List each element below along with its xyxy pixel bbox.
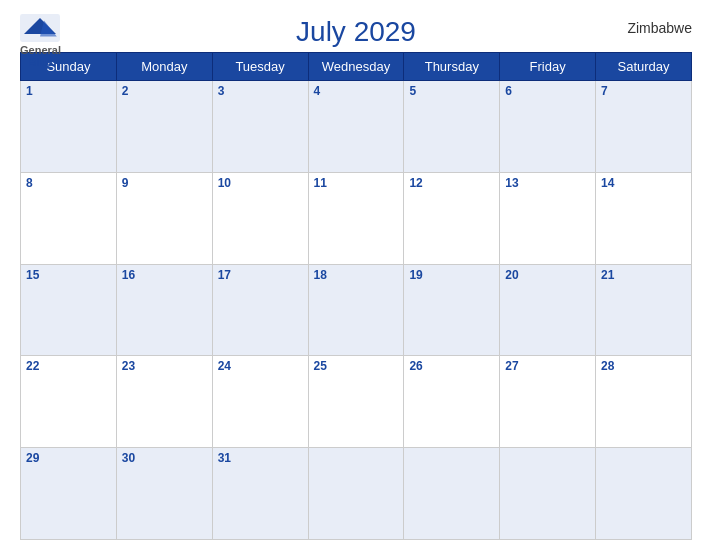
day-header-monday: Monday	[116, 53, 212, 81]
day-header-friday: Friday	[500, 53, 596, 81]
calendar-day	[500, 448, 596, 540]
calendar-week-1: 1234567	[21, 81, 692, 173]
day-number: 2	[122, 84, 207, 98]
day-header-wednesday: Wednesday	[308, 53, 404, 81]
calendar-week-5: 293031	[21, 448, 692, 540]
calendar-day: 7	[596, 81, 692, 173]
day-number: 9	[122, 176, 207, 190]
day-header-row: SundayMondayTuesdayWednesdayThursdayFrid…	[21, 53, 692, 81]
calendar-week-3: 15161718192021	[21, 264, 692, 356]
day-number: 29	[26, 451, 111, 465]
calendar-day: 21	[596, 264, 692, 356]
day-number: 27	[505, 359, 590, 373]
calendar-day: 16	[116, 264, 212, 356]
day-number: 10	[218, 176, 303, 190]
calendar-day: 1	[21, 81, 117, 173]
calendar-table: SundayMondayTuesdayWednesdayThursdayFrid…	[20, 52, 692, 540]
calendar-day: 12	[404, 172, 500, 264]
logo-icon	[20, 14, 60, 42]
day-number: 26	[409, 359, 494, 373]
calendar-day: 23	[116, 356, 212, 448]
day-number: 25	[314, 359, 399, 373]
calendar-day: 15	[21, 264, 117, 356]
calendar-day: 24	[212, 356, 308, 448]
calendar-day	[404, 448, 500, 540]
calendar-day: 18	[308, 264, 404, 356]
day-number: 19	[409, 268, 494, 282]
day-number: 17	[218, 268, 303, 282]
calendar-day: 26	[404, 356, 500, 448]
calendar-day	[308, 448, 404, 540]
day-number: 23	[122, 359, 207, 373]
day-number: 3	[218, 84, 303, 98]
day-number: 28	[601, 359, 686, 373]
calendar-day: 20	[500, 264, 596, 356]
day-number: 30	[122, 451, 207, 465]
calendar-week-4: 22232425262728	[21, 356, 692, 448]
calendar-week-2: 891011121314	[21, 172, 692, 264]
day-number: 6	[505, 84, 590, 98]
logo: General Blue	[20, 14, 61, 68]
day-number: 20	[505, 268, 590, 282]
header: General Blue July 2029 Zimbabwe	[20, 10, 692, 48]
calendar-day: 9	[116, 172, 212, 264]
calendar-day: 5	[404, 81, 500, 173]
day-number: 16	[122, 268, 207, 282]
day-number: 1	[26, 84, 111, 98]
day-header-tuesday: Tuesday	[212, 53, 308, 81]
day-number: 12	[409, 176, 494, 190]
calendar-day: 10	[212, 172, 308, 264]
calendar-day: 25	[308, 356, 404, 448]
calendar-day: 30	[116, 448, 212, 540]
calendar-day: 29	[21, 448, 117, 540]
day-number: 22	[26, 359, 111, 373]
calendar-day: 8	[21, 172, 117, 264]
calendar-day: 4	[308, 81, 404, 173]
calendar-day: 6	[500, 81, 596, 173]
day-number: 31	[218, 451, 303, 465]
day-number: 11	[314, 176, 399, 190]
country-label: Zimbabwe	[627, 20, 692, 36]
calendar-day: 14	[596, 172, 692, 264]
logo-general-text: General	[20, 44, 61, 56]
day-number: 24	[218, 359, 303, 373]
logo-blue-text: Blue	[29, 56, 53, 68]
calendar-day: 17	[212, 264, 308, 356]
calendar-day: 2	[116, 81, 212, 173]
day-number: 8	[26, 176, 111, 190]
day-header-saturday: Saturday	[596, 53, 692, 81]
day-number: 5	[409, 84, 494, 98]
day-number: 7	[601, 84, 686, 98]
day-number: 18	[314, 268, 399, 282]
calendar-day: 27	[500, 356, 596, 448]
calendar-day: 28	[596, 356, 692, 448]
day-number: 4	[314, 84, 399, 98]
calendar-day: 13	[500, 172, 596, 264]
calendar-body: 1234567891011121314151617181920212223242…	[21, 81, 692, 540]
calendar-day: 11	[308, 172, 404, 264]
day-number: 15	[26, 268, 111, 282]
calendar-title: July 2029	[296, 16, 416, 48]
calendar-day	[596, 448, 692, 540]
day-number: 14	[601, 176, 686, 190]
day-number: 13	[505, 176, 590, 190]
day-header-thursday: Thursday	[404, 53, 500, 81]
calendar-day: 31	[212, 448, 308, 540]
calendar-day: 22	[21, 356, 117, 448]
day-number: 21	[601, 268, 686, 282]
calendar-day: 3	[212, 81, 308, 173]
calendar-day: 19	[404, 264, 500, 356]
